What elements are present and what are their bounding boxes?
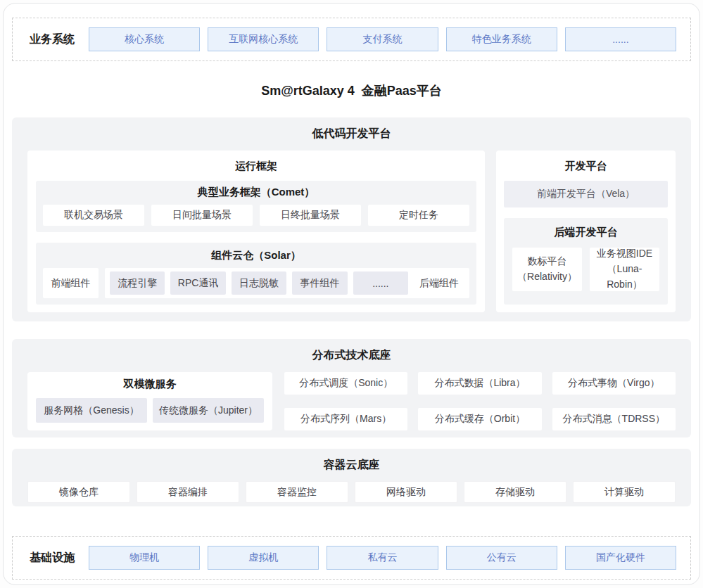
distributed-body: 双模微服务 服务网格（Genesis） 传统微服务（Jupiter） 分布式调度…	[27, 372, 676, 430]
lowcode-section-title: 低代码开发平台	[27, 127, 676, 141]
container-cloud-item: 容器编排	[137, 481, 239, 503]
backend-dev-platform-title: 后端开发平台	[512, 226, 659, 239]
dual-mode-microservice-card: 双模微服务 服务网格（Genesis） 传统微服务（Jupiter）	[27, 372, 272, 430]
container-cloud-boxes: 镜像仓库 容器编排 容器监控 网络驱动 存储驱动 计算驱动	[27, 481, 676, 503]
dual-mode-title: 双模微服务	[36, 372, 264, 398]
business-system-box: ......	[565, 27, 676, 51]
distributed-service-box: 分布式事物（Virgo）	[552, 372, 676, 395]
business-systems-boxes: 核心系统 互联网核心系统 支付系统 特色业务系统 ......	[89, 27, 676, 51]
comet-item: 定时任务	[368, 205, 469, 226]
infrastructure-boxes: 物理机 虚拟机 私有云 公有云 国产化硬件	[89, 546, 676, 570]
infrastructure-bar: 基础设施 物理机 虚拟机 私有云 公有云 国产化硬件	[12, 536, 691, 580]
backend-dev-item-line1: 业务视图IDE	[597, 246, 652, 262]
dual-mode-item: 传统微服务（Jupiter）	[153, 398, 264, 423]
solar-backend-label: 后端组件	[414, 277, 464, 290]
solar-components-group: 组件云仓（Solar） 前端组件 流程引擎 RPC通讯 日志脱敏 事件组件 ..…	[36, 243, 476, 305]
backend-dev-boxes: 数标平台 （Relativity） 业务视图IDE （Luna-Robin）	[512, 248, 659, 291]
business-systems-bar: 业务系统 核心系统 互联网核心系统 支付系统 特色业务系统 ......	[12, 18, 691, 61]
frontend-dev-platform-box: 前端开发平台（Vela）	[504, 181, 668, 207]
container-cloud-item: 存储驱动	[464, 481, 566, 503]
distributed-service-box: 分布式调度（Sonic）	[284, 372, 407, 395]
solar-chip: RPC通讯	[170, 271, 225, 295]
business-system-box: 特色业务系统	[446, 27, 557, 51]
comet-title: 典型业务框架（Comet）	[43, 186, 469, 199]
business-system-box: 互联网核心系统	[208, 27, 319, 51]
architecture-diagram: 业务系统 核心系统 互联网核心系统 支付系统 特色业务系统 ...... Sm@…	[3, 3, 700, 585]
infrastructure-box: 国产化硬件	[565, 546, 676, 570]
distributed-service-box: 分布式序列（Mars）	[284, 408, 407, 430]
container-cloud-section: 容器云底座 镜像仓库 容器编排 容器监控 网络驱动 存储驱动 计算驱动	[12, 449, 691, 506]
runtime-framework-title: 运行框架	[36, 151, 476, 181]
backend-dev-item-line2: （Luna-Robin）	[590, 262, 659, 292]
dev-platform-title: 开发平台	[504, 151, 668, 181]
solar-chip: ......	[353, 271, 408, 295]
container-cloud-item: 容器监控	[246, 481, 348, 503]
solar-chip: 日志脱敏	[232, 271, 286, 295]
dev-platform-card: 开发平台 前端开发平台（Vela） 后端开发平台 数标平台 （Relativit…	[496, 151, 676, 312]
comet-framework-group: 典型业务框架（Comet） 联机交易场景 日间批量场景 日终批量场景 定时任务	[36, 181, 476, 232]
backend-dev-item-line2: （Relativity）	[517, 269, 577, 285]
distributed-base-section: 分布式技术底座 双模微服务 服务网格（Genesis） 传统微服务（Jupite…	[12, 339, 691, 437]
solar-frontend-box: 前端组件	[43, 268, 99, 298]
infrastructure-label: 基础设施	[30, 551, 75, 565]
distributed-services-grid: 分布式调度（Sonic） 分布式数据（Libra） 分布式事物（Virgo） 分…	[284, 372, 676, 430]
infrastructure-box: 公有云	[446, 546, 557, 570]
platform-title: Sm@rtGalaxy 4 金融Paas平台	[12, 82, 691, 99]
container-cloud-title: 容器云底座	[27, 458, 676, 473]
solar-boxes: 前端组件 流程引擎 RPC通讯 日志脱敏 事件组件 ...... 后端组件	[43, 268, 469, 298]
infrastructure-box: 物理机	[89, 546, 200, 570]
backend-dev-item: 业务视图IDE （Luna-Robin）	[590, 248, 659, 291]
distributed-service-box: 分布式数据（Libra）	[418, 372, 541, 395]
comet-item: 日间批量场景	[151, 205, 253, 226]
comet-item: 联机交易场景	[43, 205, 144, 226]
container-cloud-item: 计算驱动	[573, 481, 676, 503]
solar-chip: 流程引擎	[110, 271, 165, 295]
backend-dev-item: 数标平台 （Relativity）	[512, 248, 582, 291]
backend-dev-item-line1: 数标平台	[528, 254, 567, 269]
solar-chip: 事件组件	[292, 271, 347, 295]
comet-boxes: 联机交易场景 日间批量场景 日终批量场景 定时任务	[43, 205, 469, 226]
comet-item: 日终批量场景	[260, 205, 361, 226]
dual-mode-item: 服务网格（Genesis）	[36, 398, 147, 423]
distributed-service-box: 分布式消息（TDRSS）	[552, 408, 676, 430]
dual-mode-boxes: 服务网格（Genesis） 传统微服务（Jupiter）	[36, 398, 264, 423]
solar-title: 组件云仓（Solar）	[43, 249, 469, 262]
distributed-service-box: 分布式缓存（Orbit）	[418, 408, 541, 430]
lowcode-platform-section: 低代码开发平台 运行框架 典型业务框架（Comet） 联机交易场景 日间批量场景…	[12, 117, 691, 321]
distributed-section-title: 分布式技术底座	[27, 348, 676, 363]
business-system-box: 核心系统	[89, 27, 200, 51]
business-systems-label: 业务系统	[30, 32, 75, 47]
infrastructure-box: 虚拟机	[208, 546, 319, 570]
infrastructure-box: 私有云	[327, 546, 438, 570]
container-cloud-item: 网络驱动	[355, 481, 457, 503]
container-cloud-item: 镜像仓库	[27, 481, 130, 503]
business-system-box: 支付系统	[327, 27, 438, 51]
lowcode-body: 运行框架 典型业务框架（Comet） 联机交易场景 日间批量场景 日终批量场景 …	[27, 151, 676, 312]
runtime-framework-card: 运行框架 典型业务框架（Comet） 联机交易场景 日间批量场景 日终批量场景 …	[27, 151, 485, 312]
solar-strip: 流程引擎 RPC通讯 日志脱敏 事件组件 ...... 后端组件	[105, 268, 469, 298]
backend-dev-platform-group: 后端开发平台 数标平台 （Relativity） 业务视图IDE （Luna-R…	[504, 218, 668, 305]
